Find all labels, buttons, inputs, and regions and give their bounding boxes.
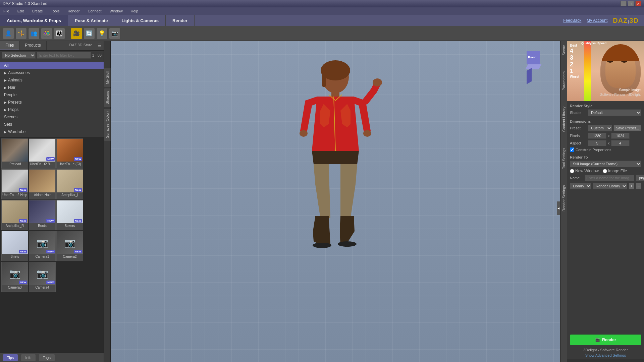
show-advanced-link[interactable]: Show Advanced Settings <box>567 353 644 359</box>
feedback-link[interactable]: FeedBack <box>563 18 581 23</box>
file-item-8[interactable]: NEWBoxers <box>56 200 83 230</box>
figure-duplicate-button[interactable]: 👫 <box>41 28 52 39</box>
file-label-0: !Preload <box>2 162 28 166</box>
quality-bar: Best 4 3 2 1 Worst <box>570 44 579 78</box>
category-props[interactable]: ▶ Props <box>0 106 104 113</box>
tab-files[interactable]: Files <box>0 41 19 50</box>
render-button[interactable]: 🎬 Render <box>570 335 641 345</box>
shader-select[interactable]: Default <box>588 109 641 116</box>
file-item-9[interactable]: NEWBriefs <box>1 231 28 261</box>
category-people[interactable]: People <box>0 91 104 99</box>
parameters-tab[interactable]: Parameters <box>561 70 567 92</box>
category-accessories[interactable]: ▶ Accessories <box>0 69 104 76</box>
render-to-select[interactable]: Still Image (Current Frame) <box>570 161 641 167</box>
content-library-tab[interactable]: Content Library <box>561 105 567 133</box>
tab-pose-animate[interactable]: Pose & Animate <box>68 15 115 26</box>
file-item-0[interactable]: !Preload <box>1 138 28 169</box>
preset-select[interactable]: Custom <box>588 125 612 131</box>
render-panel-scrollbar[interactable] <box>567 359 644 362</box>
mystuff-vtab[interactable]: My Stuff <box>104 68 111 87</box>
category-hair[interactable]: ▶ Hair <box>0 84 104 91</box>
file-thumbnail-13: NEW📷 <box>29 262 55 285</box>
group-button[interactable]: 👥 <box>28 28 40 39</box>
file-item-3[interactable]: NEWUberEn...t2 Help <box>1 169 28 199</box>
file-item-13[interactable]: NEW📷Camera4 <box>29 262 56 292</box>
file-item-1[interactable]: NEWUberEn...t2 Base <box>29 138 56 169</box>
shaping-vtab[interactable]: Shaping <box>104 88 111 107</box>
constrain-checkbox[interactable] <box>570 147 574 152</box>
render-preview: Best 4 3 2 1 Worst Quality vs. Speed <box>567 41 644 101</box>
category-animals[interactable]: ▶ Animals <box>0 76 104 84</box>
file-item-4[interactable]: Aldora Hair <box>29 169 56 199</box>
camera-perspective-button[interactable]: 🎥 <box>71 28 82 39</box>
constrain-label[interactable]: Constrain Proportions <box>576 148 611 152</box>
save-preset-button[interactable]: Save Preset... <box>613 125 641 131</box>
file-item-10[interactable]: NEW📷Camera1 <box>29 231 56 261</box>
figure-add-button[interactable]: 👤 <box>3 28 14 39</box>
file-item-5[interactable]: NEWArchpillar_l <box>56 169 83 199</box>
menu-render[interactable]: Render <box>65 8 82 14</box>
file-item-7[interactable]: NEWBoots <box>29 200 56 230</box>
minimize-button[interactable]: ─ <box>621 1 627 6</box>
category-hair-label: Hair <box>8 85 15 90</box>
tab-lights-cameras[interactable]: Lights & Cameras <box>115 15 166 26</box>
format-select[interactable]: .png .jpg <box>636 175 644 181</box>
new-window-radio[interactable] <box>570 169 574 173</box>
pixels-x-input[interactable] <box>588 133 606 139</box>
menu-file[interactable]: File <box>1 8 11 14</box>
left-vtabs: My Stuff Shaping Surfaces (Color) <box>104 41 111 362</box>
surfaces-vtab[interactable]: Surfaces (Color) <box>104 108 111 141</box>
library-select[interactable]: Library <box>570 183 591 189</box>
camera-rotate-button[interactable]: 🔄 <box>84 28 95 39</box>
file-item-6[interactable]: NEWArchpillar_R <box>1 200 28 230</box>
image-file-radio-label[interactable]: Image File <box>603 169 627 173</box>
render-settings-tab[interactable]: Render Settings <box>561 184 567 213</box>
camera-lights-button[interactable]: 💡 <box>96 28 108 39</box>
menu-window[interactable]: Window <box>107 8 124 14</box>
file-item-2[interactable]: NEWUberEn...e (Gl) <box>56 138 83 169</box>
menu-help[interactable]: Help <box>129 8 141 14</box>
category-all[interactable]: All <box>0 62 104 69</box>
panel-menu-button[interactable]: ☰ <box>96 41 104 50</box>
figure-remove-button[interactable]: 👨‍👩‍👧 <box>54 28 65 39</box>
aspect-y-input[interactable] <box>611 140 630 146</box>
category-sets[interactable]: Sets <box>0 121 104 128</box>
tab-actors-wardrobe-props[interactable]: Actors, Wardrobe & Props <box>0 15 68 26</box>
maximize-button[interactable]: □ <box>628 1 634 6</box>
close-button[interactable]: ✕ <box>635 1 641 6</box>
filter-input[interactable] <box>37 52 91 59</box>
pixels-y-input[interactable] <box>611 133 630 139</box>
category-wardrobe[interactable]: ▶ Wardrobe <box>0 128 104 135</box>
viewport-collapse-handle[interactable]: ◀ <box>557 201 560 215</box>
scene-tab[interactable]: Scene <box>561 44 567 57</box>
new-badge-11: NEW <box>74 250 82 253</box>
tags-tab[interactable]: Tags <box>39 354 55 361</box>
tab-products[interactable]: Products <box>19 41 46 50</box>
tab-render[interactable]: Render <box>166 15 195 26</box>
panel-tabs: Files Products DAZ 3D Store ☰ <box>0 41 104 51</box>
menu-tools[interactable]: Tools <box>49 8 62 14</box>
library-add-button[interactable]: + <box>629 183 634 189</box>
aspect-x-input[interactable] <box>588 140 606 146</box>
name-input[interactable] <box>585 175 634 181</box>
figure-pose-button[interactable]: 🤸 <box>15 28 27 39</box>
new-window-radio-label[interactable]: New Window <box>570 169 599 173</box>
info-tab[interactable]: Info <box>21 354 36 361</box>
menu-create[interactable]: Create <box>30 8 45 14</box>
tool-settings-tab[interactable]: Tool Settings <box>561 146 567 170</box>
menu-edit[interactable]: Edit <box>15 8 26 14</box>
menu-connect[interactable]: Connect <box>86 8 104 14</box>
selection-dropdown[interactable]: No Selection <box>2 52 36 59</box>
daz-store-button[interactable]: DAZ 3D Store <box>66 41 96 50</box>
category-scenes[interactable]: Scenes <box>0 113 104 121</box>
category-presets[interactable]: ▶ Presets <box>0 99 104 106</box>
file-item-12[interactable]: NEW📷Camera3 <box>1 262 28 292</box>
camera-capture-button[interactable]: 📷 <box>109 28 120 39</box>
library-remove-button[interactable]: − <box>636 183 641 189</box>
toolbar: 👤 🤸 👥 👫 👨‍👩‍👧 🎥 🔄 💡 📷 <box>0 26 644 41</box>
my-account-link[interactable]: My Account <box>587 18 607 23</box>
image-file-radio[interactable] <box>603 169 607 173</box>
file-item-11[interactable]: NEW📷Camera2 <box>56 231 83 261</box>
render-library-select[interactable]: Render Library <box>593 183 627 189</box>
tips-tab[interactable]: Tips <box>3 354 18 361</box>
